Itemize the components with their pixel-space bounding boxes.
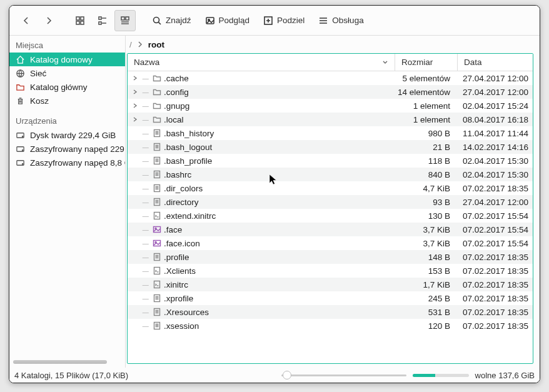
preview-label: Podgląd	[219, 16, 250, 25]
file-row[interactable]: ⸺.extend.xinitrc130 B07.02.2017 15:54	[128, 209, 533, 223]
file-date: 27.04.2017 12:00	[458, 198, 533, 207]
svg-rect-9	[126, 17, 129, 20]
svg-rect-2	[76, 21, 79, 24]
expand-toggle[interactable]	[131, 102, 139, 109]
file-size: 1,7 KiB	[395, 280, 458, 289]
status-summary: 4 Katalogi, 15 Plików (17,0 KiB)	[14, 371, 128, 380]
sidebar-item-trash[interactable]: Kosz	[9, 94, 125, 108]
sidebar-item-label: Sieć	[30, 69, 46, 78]
file-size: 153 B	[395, 266, 458, 276]
file-name: .dir_colors	[164, 184, 203, 193]
file-date: 07.02.2017 15:54	[458, 239, 533, 248]
disk-icon	[16, 144, 25, 154]
expand-toggle[interactable]	[131, 116, 139, 123]
sidebar-device-1[interactable]: Zaszyfrowany napęd 229,	[9, 142, 125, 156]
file-row[interactable]: ⸺.gnupg1 element02.04.2017 15:24	[128, 99, 533, 113]
svg-point-28	[23, 163, 24, 164]
file-date: 27.04.2017 12:00	[458, 74, 533, 83]
file-row[interactable]: ⸺.profile148 B07.02.2017 18:35	[128, 250, 533, 264]
breadcrumb-root[interactable]: /	[129, 40, 132, 49]
nav-forward-button[interactable]	[38, 10, 59, 31]
file-date: 08.04.2017 16:18	[458, 115, 533, 124]
folder-icon	[16, 83, 25, 92]
preview-button[interactable]: Podgląd	[199, 10, 256, 31]
svg-rect-0	[76, 17, 79, 20]
file-size: 3,7 KiB	[395, 239, 458, 248]
file-row[interactable]: ⸺.xsession120 B07.02.2017 18:35	[128, 319, 533, 333]
file-date: 02.04.2017 15:30	[458, 170, 533, 179]
sidebar-item-folder[interactable]: Katalog główny	[9, 80, 125, 94]
sidebar: Miejsca Katalog domowySiećKatalog główny…	[9, 36, 126, 368]
menu-button[interactable]: Obsługa	[312, 10, 370, 31]
file-size: 93 B	[395, 198, 458, 207]
file-date: 02.04.2017 15:24	[458, 101, 533, 111]
file-name: .cache	[164, 74, 189, 83]
file-date: 07.02.2017 18:35	[458, 266, 533, 276]
file-row[interactable]: ⸺.bash_history980 B11.04.2017 11:44	[128, 126, 533, 140]
places-header: Miejsca	[9, 37, 125, 53]
file-row[interactable]: ⸺.bashrc840 B02.04.2017 15:30	[128, 168, 533, 181]
sidebar-item-network[interactable]: Sieć	[9, 66, 125, 80]
file-name: .bash_profile	[164, 156, 212, 166]
view-details-button[interactable]	[114, 10, 136, 31]
file-date: 11.04.2017 11:44	[458, 129, 533, 138]
view-icons-button[interactable]	[69, 10, 91, 31]
svg-rect-8	[121, 17, 124, 20]
breadcrumb[interactable]: / root	[126, 36, 540, 53]
file-row[interactable]: ⸺.face.icon3,7 KiB07.02.2017 15:54	[128, 236, 533, 250]
file-name: .local	[164, 115, 184, 124]
column-header-size[interactable]: Rozmiar	[395, 54, 458, 71]
file-row[interactable]: ⸺.xinitrc1,7 KiB07.02.2017 18:35	[128, 278, 533, 291]
sidebar-item-home[interactable]: Katalog domowy	[9, 53, 125, 66]
sidebar-device-0[interactable]: Dysk twardy 229,4 GiB	[9, 128, 125, 142]
svg-line-13	[159, 22, 161, 24]
split-label: Podziel	[277, 16, 305, 25]
expand-toggle[interactable]	[131, 88, 139, 96]
file-row[interactable]: ⸺.face3,7 KiB07.02.2017 15:54	[128, 223, 533, 236]
file-row[interactable]: ⸺.bash_profile118 B02.04.2017 15:30	[128, 154, 533, 168]
find-label: Znajdź	[166, 16, 191, 25]
image-icon	[153, 239, 161, 248]
file-icon	[153, 156, 161, 165]
sidebar-item-label: Kosz	[30, 96, 49, 106]
file-name: .config	[164, 88, 189, 97]
file-row[interactable]: ⸺.dir_colors4,7 KiB07.02.2017 18:35	[128, 181, 533, 195]
sidebar-device-2[interactable]: Zaszyfrowany napęd 8,8 G	[9, 156, 125, 169]
file-row[interactable]: ⸺.xprofile245 B07.02.2017 18:35	[128, 291, 533, 305]
file-name: .bashrc	[164, 170, 191, 179]
split-button[interactable]: Podziel	[257, 10, 311, 31]
breadcrumb-current[interactable]: root	[148, 40, 164, 49]
script-icon	[153, 266, 161, 275]
file-date: 07.02.2017 15:54	[458, 211, 533, 221]
file-row[interactable]: ⸺.local1 element08.04.2017 16:18	[128, 113, 533, 126]
expand-toggle[interactable]	[131, 74, 139, 82]
svg-rect-6	[99, 22, 101, 24]
file-icon	[153, 170, 161, 179]
file-date: 07.02.2017 18:35	[458, 308, 533, 317]
file-row[interactable]: ⸺.cache5 elementów27.04.2017 12:00	[128, 71, 533, 85]
disk-icon	[16, 158, 25, 168]
file-date: 07.02.2017 18:35	[458, 321, 533, 331]
folder-icon	[153, 115, 161, 124]
file-row[interactable]: ⸺.config14 elementów27.04.2017 12:00	[128, 85, 533, 99]
sidebar-item-label: Dysk twardy 229,4 GiB	[30, 131, 116, 140]
nav-back-button[interactable]	[16, 10, 37, 31]
file-row[interactable]: ⸺.Xresources531 B07.02.2017 18:35	[128, 305, 533, 319]
column-header-name[interactable]: Nazwa	[128, 54, 395, 71]
view-compact-button[interactable]	[92, 10, 113, 31]
column-header-date[interactable]: Data	[458, 54, 533, 71]
find-button[interactable]: Znajdź	[146, 10, 198, 31]
folder-icon	[153, 74, 161, 83]
file-row[interactable]: ⸺.directory93 B27.04.2017 12:00	[128, 195, 533, 209]
file-size: 130 B	[395, 211, 458, 221]
sidebar-item-label: Katalog domowy	[30, 55, 93, 64]
file-row[interactable]: ⸺.bash_logout21 B14.02.2017 14:16	[128, 140, 533, 154]
sidebar-scrollbar[interactable]	[13, 360, 107, 364]
file-date: 07.02.2017 18:35	[458, 253, 533, 262]
file-size: 840 B	[395, 170, 458, 179]
network-icon	[16, 69, 25, 78]
zoom-slider[interactable]	[281, 374, 406, 376]
file-row[interactable]: ⸺.Xclients153 B07.02.2017 18:35	[128, 264, 533, 278]
disk-usage-bar	[413, 374, 469, 377]
file-size: 148 B	[395, 253, 458, 262]
